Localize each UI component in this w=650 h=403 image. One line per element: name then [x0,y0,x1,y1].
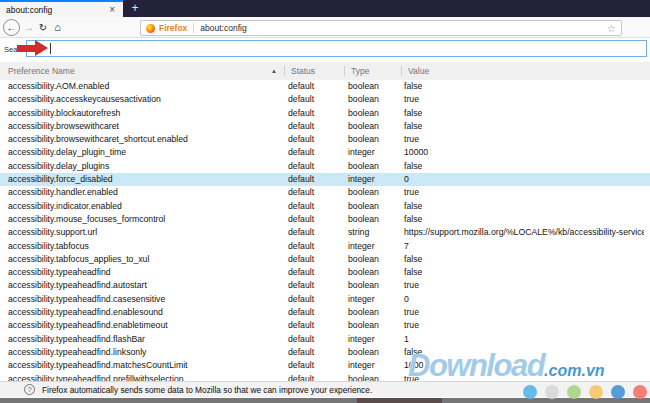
pref-table-row[interactable]: accessibility.typeaheadfind.flashBar def… [0,333,650,346]
pref-name-cell: accessibility.typeaheadfind.casesensitiv… [8,293,283,306]
pref-name-cell: accessibility.support.url [8,226,283,239]
pref-name-cell: accessibility.typeaheadfind.enabletimeou… [8,319,283,332]
pref-table-row[interactable]: accessibility.indicator.enabled default … [0,200,650,213]
pref-table-row[interactable]: accessibility.typeaheadfind.prefillwiths… [0,373,650,381]
pref-table-row[interactable]: accessibility.tabfocus_applies_to_xul de… [0,253,650,266]
search-input[interactable] [26,40,647,57]
pref-status-cell: default [288,200,314,213]
pref-table-row[interactable]: accessibility.delay_plugin_time default … [0,146,650,159]
column-preference-name[interactable]: Preference Name [8,62,75,80]
pref-value-cell: true [404,373,644,381]
reload-icon[interactable]: ↻ [37,17,49,38]
pref-table-row[interactable]: accessibility.AOM.enabled default boolea… [0,80,650,93]
search-row: Search: [0,38,650,62]
pref-type-cell: boolean [348,319,379,332]
pref-status-cell: default [288,160,314,173]
tab-close-icon[interactable]: × [107,5,117,15]
pref-table-row[interactable]: accessibility.accesskeycausesactivation … [0,93,650,106]
pref-status-cell: default [288,226,314,239]
pref-name-cell: accessibility.typeaheadfind.autostart [8,279,283,292]
pref-table-row[interactable]: accessibility.browsewithcaret default bo… [0,120,650,133]
pref-status-cell: default [288,346,314,359]
notification-text: Firefox automatically sends some data to… [42,385,372,395]
pref-type-cell: boolean [348,120,379,133]
bookmark-star-icon[interactable]: ☆ [607,23,616,34]
pref-status-cell: default [288,319,314,332]
pref-table-row[interactable]: accessibility.typeaheadfind default bool… [0,266,650,279]
url-brand-label: Firefox [159,23,187,33]
pref-status-cell: default [288,173,314,186]
pref-status-cell: default [288,253,314,266]
pref-name-cell: accessibility.typeaheadfind.flashBar [8,333,283,346]
pref-value-cell: false [404,120,644,133]
pref-name-cell: accessibility.typeaheadfind [8,266,283,279]
pref-table-row[interactable]: accessibility.typeaheadfind.matchesCount… [0,359,650,372]
pref-type-cell: boolean [348,279,379,292]
pref-name-cell: accessibility.force_disabled [8,173,283,186]
pref-table-row[interactable]: accessibility.typeaheadfind.autostart de… [0,279,650,292]
column-type[interactable]: Type [351,62,369,80]
pref-table-row[interactable]: accessibility.tabfocus default integer 7 [0,240,650,253]
pref-table-row[interactable]: accessibility.blockautorefresh default b… [0,107,650,120]
pref-status-cell: default [288,240,314,253]
pref-value-cell: false [404,200,644,213]
bottom-edge-strip [0,398,650,403]
pref-name-cell: accessibility.blockautorefresh [8,107,283,120]
pref-status-cell: default [288,306,314,319]
tab-bar: about:config × + [0,0,650,17]
pref-type-cell: integer [348,173,375,186]
pref-status-cell: default [288,120,314,133]
pref-type-cell: boolean [348,80,379,93]
pref-table-row[interactable]: accessibility.handler.enabled default bo… [0,186,650,199]
url-text[interactable]: about:config [200,23,607,33]
pref-type-cell: boolean [348,266,379,279]
column-status[interactable]: Status [291,62,315,80]
pref-status-cell: default [288,333,314,346]
pref-name-cell: accessibility.delay_plugins [8,160,283,173]
pref-name-cell: accessibility.typeaheadfind.matchesCount… [8,359,283,372]
tab-aboutconfig[interactable]: about:config × [0,0,123,17]
pref-name-cell: accessibility.browsewithcaret_shortcut.e… [8,133,283,146]
pref-value-cell: false [404,160,644,173]
column-divider [284,66,285,76]
pref-name-cell: accessibility.AOM.enabled [8,80,283,93]
home-icon[interactable]: ⌂ [51,17,64,38]
column-divider [401,66,402,76]
pref-table-row[interactable]: accessibility.force_disabled default int… [0,173,650,186]
new-tab-button[interactable]: + [127,0,143,17]
pref-status-cell: default [288,80,314,93]
bottom-edge-segment [357,398,442,403]
column-value[interactable]: Value [408,62,429,80]
pref-value-cell: https://support.mozilla.org/%LOCALE%/kb/… [404,226,644,239]
pref-status-cell: default [288,107,314,120]
pref-type-cell: boolean [348,186,379,199]
pref-table-row[interactable]: accessibility.typeaheadfind.enabletimeou… [0,319,650,332]
pref-table-row[interactable]: accessibility.delay_plugins default bool… [0,160,650,173]
pref-value-cell: true [404,186,644,199]
back-icon[interactable]: ← [3,19,20,36]
pref-type-cell: boolean [348,253,379,266]
pref-type-cell: boolean [348,346,379,359]
url-bar[interactable]: Firefox about:config ☆ [140,20,622,36]
pref-type-cell: boolean [348,107,379,120]
pref-table-row[interactable]: accessibility.support.url default string… [0,226,650,239]
pref-table-row[interactable]: accessibility.browsewithcaret_shortcut.e… [0,133,650,146]
pref-table-row[interactable]: accessibility.typeaheadfind.enablesound … [0,306,650,319]
pref-value-cell: 1000 [404,359,644,372]
pref-status-cell: default [288,279,314,292]
pref-status-cell: default [288,359,314,372]
sort-ascending-icon[interactable]: ▲ [271,62,277,80]
pref-table-row[interactable]: accessibility.typeaheadfind.linksonly de… [0,346,650,359]
pref-status-cell: default [288,213,314,226]
pref-status-cell: default [288,93,314,106]
pref-status-cell: default [288,266,314,279]
pref-table-row[interactable]: accessibility.typeaheadfind.casesensitiv… [0,293,650,306]
pref-value-cell: false [404,266,644,279]
pref-type-cell: boolean [348,200,379,213]
forward-icon[interactable]: → [23,17,35,38]
navigation-bar: ← → ↻ ⌂ Firefox about:config ☆ [0,17,650,38]
pref-type-cell: boolean [348,160,379,173]
pref-table-row[interactable]: accessibility.mouse_focuses_formcontrol … [0,213,650,226]
help-question-icon: ? [24,384,35,395]
pref-value-cell: true [404,319,644,332]
